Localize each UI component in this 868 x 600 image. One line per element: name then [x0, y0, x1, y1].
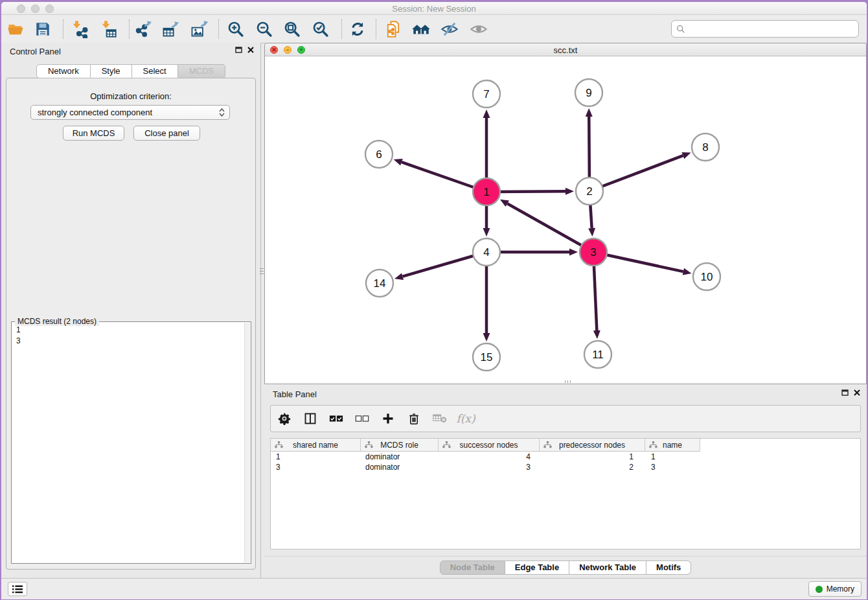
- cell[interactable]: 1: [645, 452, 700, 462]
- graph-node-label: 4: [483, 246, 489, 259]
- horizontal-splitter-handle[interactable]: [560, 380, 575, 383]
- cell[interactable]: dominator: [361, 462, 439, 472]
- graph-arrowhead: [394, 159, 403, 165]
- close-table-panel-icon[interactable]: [854, 389, 860, 396]
- float-panel-icon[interactable]: [235, 47, 242, 53]
- table-body: 1dominator4113dominator323: [271, 452, 860, 472]
- network-view-window: ✕ − + scc.txt 7968124314101511: [264, 43, 867, 384]
- graph-arrowhead: [565, 188, 574, 195]
- graph-node-label: 1: [483, 186, 489, 198]
- tab-select[interactable]: Select: [132, 64, 178, 78]
- close-panel-icon[interactable]: [247, 47, 254, 53]
- toolbar-separator: [376, 19, 376, 39]
- cell[interactable]: 1: [271, 452, 361, 462]
- cell[interactable]: 2: [540, 462, 645, 472]
- main-toolbar: [1, 15, 867, 43]
- table-toolbar: f(x): [270, 405, 861, 432]
- home-icon[interactable]: [410, 18, 432, 40]
- toolbar-separator: [218, 19, 219, 39]
- memory-button[interactable]: Memory: [808, 581, 862, 597]
- add-column-icon[interactable]: [381, 411, 395, 426]
- cell[interactable]: 4: [439, 452, 540, 462]
- graph-node-label: 15: [481, 351, 493, 363]
- network-view-title: scc.txt: [265, 45, 866, 55]
- graph-node-label: 6: [376, 148, 382, 161]
- apply-function-icon[interactable]: f(x): [459, 411, 473, 426]
- table-panel: Table Panel: [264, 386, 867, 578]
- open-session-icon[interactable]: [5, 18, 27, 40]
- task-history-button[interactable]: [8, 582, 27, 596]
- save-session-icon[interactable]: [32, 18, 54, 40]
- cell[interactable]: 3: [439, 462, 540, 472]
- toggle-panes-icon[interactable]: [303, 411, 317, 426]
- select-all-columns-icon[interactable]: [329, 411, 343, 426]
- list-icon: [12, 585, 23, 594]
- cell[interactable]: 3: [271, 462, 361, 472]
- hide-selected-eye-icon[interactable]: [439, 18, 461, 40]
- zoom-in-icon[interactable]: [225, 18, 247, 40]
- column-header-successor-nodes[interactable]: successor nodes: [439, 439, 540, 452]
- column-header-MCDS-role[interactable]: MCDS role: [361, 439, 439, 452]
- graph-node-label: 10: [701, 271, 713, 283]
- tab-style[interactable]: Style: [91, 64, 132, 78]
- mcds-result-text[interactable]: 1 3: [16, 325, 242, 347]
- criterion-dropdown[interactable]: strongly connected component: [30, 105, 230, 120]
- dropdown-stepper-icon: [216, 108, 229, 117]
- column-header-predecessor-nodes[interactable]: predecessor nodes: [540, 439, 645, 452]
- tab-mcds[interactable]: MCDS: [178, 64, 225, 78]
- export-image-icon[interactable]: [188, 18, 210, 40]
- import-table-icon[interactable]: [97, 18, 119, 40]
- import-network-icon[interactable]: [68, 18, 90, 40]
- tab-network[interactable]: Network: [36, 64, 91, 78]
- app-window: Session: New Session: [1, 2, 867, 599]
- settings-gear-icon[interactable]: [277, 411, 291, 426]
- memory-label: Memory: [827, 584, 854, 594]
- network-canvas[interactable]: 7968124314101511: [265, 56, 866, 384]
- vertical-splitter-handle[interactable]: [260, 262, 264, 279]
- export-network-icon[interactable]: [133, 18, 155, 40]
- zoom-selected-icon[interactable]: [310, 18, 332, 40]
- tab-node-table[interactable]: Node Table: [440, 560, 505, 575]
- deselect-all-columns-icon[interactable]: [355, 411, 369, 426]
- table-row[interactable]: 1dominator411: [271, 452, 860, 462]
- refresh-layout-icon[interactable]: [347, 18, 369, 40]
- tab-network-table[interactable]: Network Table: [569, 560, 646, 575]
- table-row[interactable]: 3dominator323: [271, 462, 860, 472]
- mcds-panel: Optimization criterion: strongly connect…: [6, 78, 256, 570]
- graph-arrowhead: [394, 273, 404, 280]
- delete-column-icon[interactable]: [407, 411, 421, 426]
- search-field[interactable]: [671, 20, 859, 38]
- search-input[interactable]: [689, 21, 858, 37]
- memory-status-dot: [816, 586, 823, 593]
- network-window-titlebar[interactable]: ✕ − + scc.txt: [265, 43, 866, 56]
- duplicate-network-icon[interactable]: [382, 18, 404, 40]
- show-all-eye-icon[interactable]: [468, 18, 490, 40]
- close-panel-button[interactable]: Close panel: [133, 126, 200, 141]
- graph-arrowhead: [588, 228, 595, 237]
- delete-table-icon[interactable]: [433, 411, 447, 426]
- tab-strip-divider: [264, 556, 867, 557]
- graph-arrowhead: [483, 228, 490, 237]
- cell[interactable]: 1: [540, 452, 645, 462]
- table-panel-title: Table Panel: [273, 389, 317, 399]
- zoom-fit-icon[interactable]: [281, 18, 303, 40]
- graph-edge-3-1[interactable]: [507, 203, 593, 252]
- status-bar: Memory: [1, 578, 867, 599]
- column-header-name[interactable]: name: [645, 439, 700, 452]
- zoom-out-icon[interactable]: [253, 18, 275, 40]
- optimization-criterion-label: Optimization criterion:: [6, 91, 255, 101]
- cell[interactable]: dominator: [361, 452, 439, 462]
- toolbar-separator: [341, 19, 342, 39]
- column-header-shared-name[interactable]: shared name: [271, 439, 361, 452]
- run-mcds-button[interactable]: Run MCDS: [63, 126, 124, 141]
- graph-arrowhead: [683, 268, 692, 275]
- graph-node-label: 2: [586, 185, 592, 198]
- result-scrollbar[interactable]: [244, 323, 250, 562]
- cell[interactable]: 3: [645, 462, 700, 472]
- tab-motifs[interactable]: Motifs: [646, 560, 691, 575]
- tab-edge-table[interactable]: Edge Table: [505, 560, 569, 575]
- control-panel-title: Control Panel: [10, 47, 61, 56]
- export-table-icon[interactable]: [159, 18, 181, 40]
- float-table-panel-icon[interactable]: [841, 389, 849, 396]
- graph-edge-2-8[interactable]: [589, 156, 683, 191]
